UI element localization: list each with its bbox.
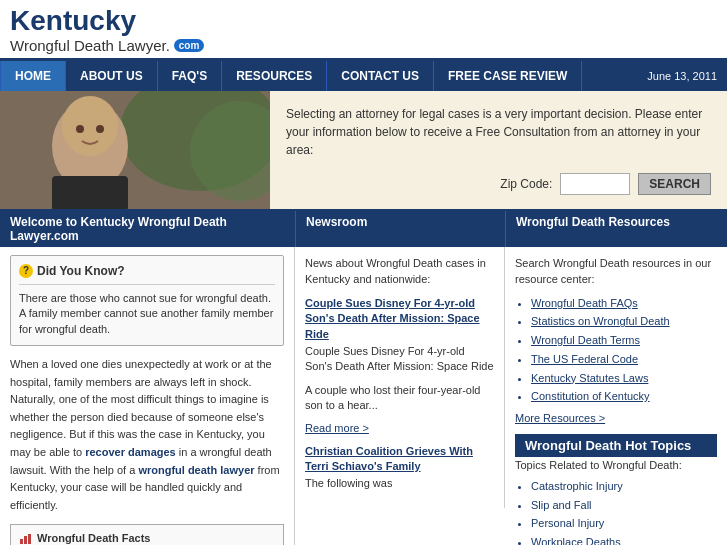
resource-link-3[interactable]: The US Federal Code — [531, 353, 638, 365]
news-link-2[interactable]: Christian Coalition Grieves With Terri S… — [305, 444, 494, 475]
left-body-text: When a loved one dies unexpectedly at wo… — [10, 356, 284, 514]
resources-header: Wrongful Death Resources — [505, 211, 727, 247]
svg-rect-8 — [20, 539, 23, 544]
list-item: Wrongful Death FAQs — [531, 294, 717, 313]
nav-faqs[interactable]: FAQ'S — [158, 61, 223, 91]
list-item: Kentucky Statutes Laws — [531, 369, 717, 388]
news-intro: News about Wrongful Death cases in Kentu… — [305, 255, 494, 288]
nav-resources[interactable]: RESOURCES — [222, 61, 327, 91]
hot-topics-intro: Topics Related to Wrongful Death: — [515, 459, 717, 471]
mid-column: News about Wrongful Death cases in Kentu… — [295, 247, 505, 508]
dyk-title-text: Did You Know? — [37, 264, 125, 278]
hero-description: Selecting an attorney for legal cases is… — [286, 105, 711, 159]
search-button[interactable]: SEARCH — [638, 173, 711, 195]
list-item: Constitution of Kentucky — [531, 387, 717, 406]
nav-free-case-review[interactable]: FREE CASE REVIEW — [434, 61, 582, 91]
svg-point-6 — [76, 125, 84, 133]
zip-input[interactable] — [560, 173, 630, 195]
resource-link-1[interactable]: Statistics on Wrongful Death — [531, 315, 670, 327]
welcome-header: Welcome to Kentucky Wrongful Death Lawye… — [0, 211, 295, 247]
list-item: Personal Injury — [531, 514, 717, 533]
zip-label: Zip Code: — [500, 177, 552, 191]
right-column: Search Wrongful Death resources in our r… — [505, 247, 727, 545]
chart-icon — [19, 531, 33, 545]
nav-about[interactable]: ABOUT US — [66, 61, 158, 91]
section-headers: Welcome to Kentucky Wrongful Death Lawye… — [0, 211, 727, 247]
resource-link-0[interactable]: Wrongful Death FAQs — [531, 297, 638, 309]
page-header: Kentucky Wrongful Death Lawyer. com — [0, 0, 727, 61]
list-item: The US Federal Code — [531, 350, 717, 369]
info-icon: ? — [19, 264, 33, 278]
hot-topics-list: Catastrophic Injury Slip and Fall Person… — [515, 477, 717, 545]
resources-list: Wrongful Death FAQs Statistics on Wrongf… — [515, 294, 717, 406]
resources-intro: Search Wrongful Death resources in our r… — [515, 255, 717, 288]
news-body-2: The following was — [305, 476, 494, 491]
resource-link-5[interactable]: Constitution of Kentucky — [531, 390, 650, 402]
news-detail-1: A couple who lost their four-year-old so… — [305, 383, 494, 414]
facts-box: Wrongful Death Facts Wrongful Death Stat… — [10, 524, 284, 545]
nav-date: June 13, 2011 — [647, 70, 727, 82]
newsroom-header: Newsroom — [295, 211, 505, 247]
recover-damages-link[interactable]: recover damages — [85, 446, 176, 458]
page-subtitle: Wrongful Death Lawyer. com — [10, 37, 717, 54]
svg-point-7 — [96, 125, 104, 133]
facts-title-text: Wrongful Death Facts — [37, 532, 150, 544]
hot-topics-section: Topics Related to Wrongful Death: Catast… — [515, 459, 717, 545]
hero-content: Selecting an attorney for legal cases is… — [270, 91, 727, 209]
nav-home[interactable]: HOME — [0, 61, 66, 91]
list-item: Slip and Fall — [531, 496, 717, 515]
list-item: Workplace Deaths — [531, 533, 717, 545]
more-resources-link[interactable]: More Resources > — [515, 412, 717, 424]
did-you-know-box: ? Did You Know? There are those who cann… — [10, 255, 284, 346]
com-badge: com — [174, 39, 205, 52]
left-column: ? Did You Know? There are those who cann… — [0, 247, 295, 545]
svg-rect-5 — [52, 176, 128, 209]
svg-rect-9 — [24, 536, 27, 544]
list-item: Statistics on Wrongful Death — [531, 312, 717, 331]
list-item: Wrongful Death Terms — [531, 331, 717, 350]
wrongful-death-lawyer-link[interactable]: wrongful death lawyer — [138, 464, 254, 476]
resource-link-4[interactable]: Kentucky Statutes Laws — [531, 372, 648, 384]
nav-contact[interactable]: CONTACT US — [327, 61, 434, 91]
dyk-text: There are those who cannot sue for wrong… — [19, 284, 275, 337]
resource-link-2[interactable]: Wrongful Death Terms — [531, 334, 640, 346]
list-item: Catastrophic Injury — [531, 477, 717, 496]
hero-image — [0, 91, 270, 209]
svg-rect-10 — [28, 534, 31, 544]
main-content: ? Did You Know? There are those who cann… — [0, 247, 727, 545]
page-title: Kentucky — [10, 6, 717, 37]
read-more-1[interactable]: Read more > — [305, 422, 494, 434]
svg-point-4 — [62, 96, 118, 156]
navigation: HOME ABOUT US FAQ'S RESOURCES CONTACT US… — [0, 61, 727, 91]
hero-section: Selecting an attorney for legal cases is… — [0, 91, 727, 211]
news-link-1[interactable]: Couple Sues Disney For 4-yr-old Son's De… — [305, 296, 494, 342]
news-body-1: Couple Sues Disney For 4-yr-old Son's De… — [305, 344, 494, 375]
hot-topics-bar: Wrongful Death Hot Topics — [515, 434, 717, 457]
